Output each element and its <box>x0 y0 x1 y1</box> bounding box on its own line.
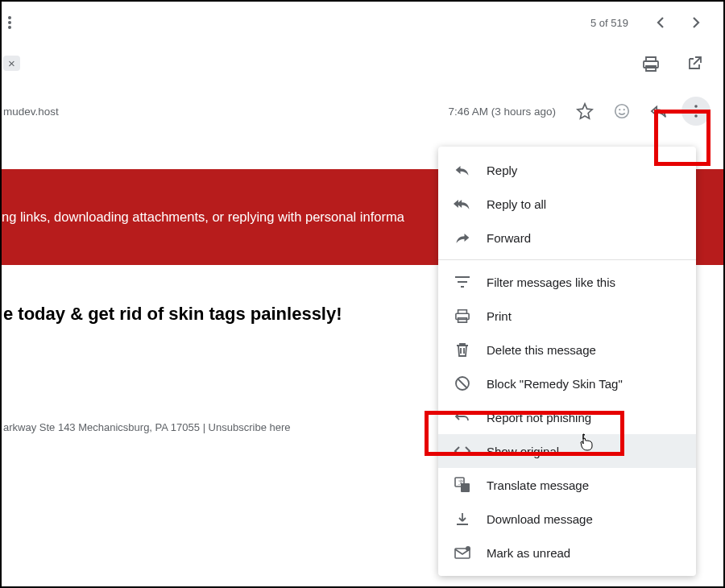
menu-label: Download message <box>487 512 593 526</box>
reply-icon <box>453 160 472 180</box>
svg-point-8 <box>694 114 698 118</box>
menu-filter[interactable]: Filter messages like this <box>438 265 696 299</box>
menu-show-original[interactable]: Show original <box>438 434 696 468</box>
block-icon <box>453 374 472 393</box>
svg-point-4 <box>619 109 620 110</box>
menu-label: Report not phishing <box>487 411 591 424</box>
toolbar: 5 of 519 <box>2 2 723 43</box>
reply-all-icon <box>453 194 472 213</box>
menu-forward[interactable]: Forward <box>438 221 696 255</box>
menu-mark-unread[interactable]: Mark as unread <box>438 536 696 569</box>
toolbar-more-icon[interactable] <box>8 16 27 29</box>
menu-label: Delete this message <box>487 343 596 357</box>
menu-label: Show original <box>487 445 559 458</box>
mark-unread-icon <box>453 543 472 562</box>
svg-text:文: 文 <box>458 479 464 485</box>
sender-host: mudev.host <box>3 106 59 118</box>
svg-point-2 <box>8 26 11 29</box>
menu-print[interactable]: Print <box>438 299 696 333</box>
svg-line-10 <box>458 379 467 388</box>
print-button[interactable] <box>635 48 667 80</box>
more-options-button[interactable] <box>680 95 712 127</box>
open-new-window-button[interactable] <box>678 48 710 80</box>
close-chip[interactable]: × <box>3 56 20 71</box>
translate-icon: 文 <box>453 475 472 495</box>
filter-icon <box>453 272 472 292</box>
more-options-menu: Reply Reply to all Forward Filter messag… <box>438 147 696 576</box>
svg-point-6 <box>694 105 698 108</box>
menu-label: Translate message <box>487 478 589 492</box>
menu-download[interactable]: Download message <box>438 502 696 536</box>
menu-label: Filter messages like this <box>487 275 615 289</box>
sender-row: mudev.host 7:46 AM (3 hours ago) <box>2 89 723 134</box>
reply-icon-button[interactable] <box>643 95 675 127</box>
next-button[interactable] <box>680 6 712 39</box>
svg-point-5 <box>624 109 625 110</box>
menu-reply-all[interactable]: Reply to all <box>438 187 696 221</box>
trash-icon <box>453 340 472 359</box>
star-button[interactable] <box>569 95 601 127</box>
menu-translate[interactable]: 文 Translate message <box>438 468 696 502</box>
emoji-button[interactable] <box>606 95 638 127</box>
prev-button[interactable] <box>644 6 677 39</box>
svg-point-3 <box>615 105 629 118</box>
menu-block[interactable]: Block "Remedy Skin Tag" <box>438 366 696 400</box>
menu-delete[interactable]: Delete this message <box>438 333 696 366</box>
svg-point-15 <box>466 546 470 551</box>
pagination: 5 of 519 <box>590 17 628 29</box>
menu-reply[interactable]: Reply <box>438 153 696 187</box>
menu-label: Reply <box>487 164 517 177</box>
menu-label: Print <box>487 309 512 323</box>
header-row: × <box>2 43 723 84</box>
timestamp: 7:46 AM (3 hours ago) <box>448 106 556 118</box>
print-icon <box>453 306 472 325</box>
menu-divider <box>438 259 696 260</box>
menu-label: Forward <box>487 231 531 245</box>
undo-icon <box>453 408 472 427</box>
menu-label: Mark as unread <box>487 546 570 560</box>
svg-point-1 <box>8 21 11 24</box>
menu-label: Reply to all <box>487 197 546 211</box>
svg-point-7 <box>694 110 698 113</box>
menu-label: Block "Remedy Skin Tag" <box>487 377 623 391</box>
svg-point-0 <box>8 16 11 19</box>
download-icon <box>453 509 472 528</box>
code-icon <box>453 441 472 461</box>
forward-icon <box>453 228 472 247</box>
menu-report[interactable]: Report not phishing <box>438 400 696 434</box>
